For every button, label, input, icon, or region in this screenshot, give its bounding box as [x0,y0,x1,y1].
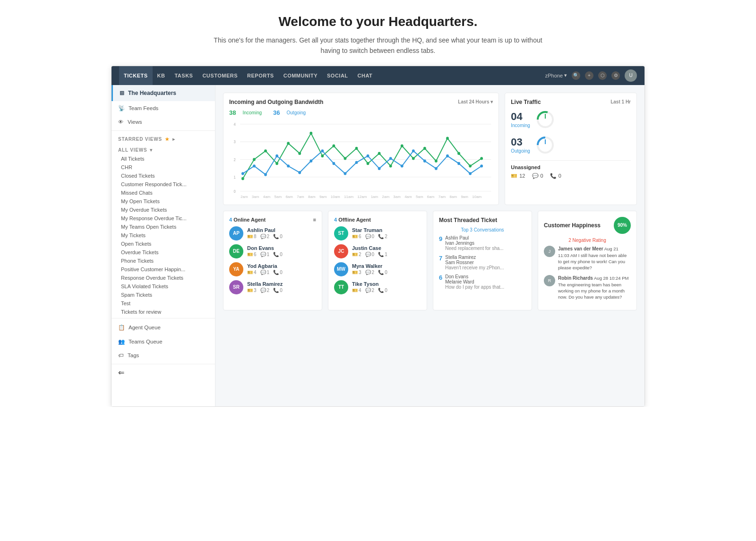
brand-selector[interactable]: zPhone ▾ [545,72,567,78]
incoming-label: Incoming [242,110,262,115]
link-missed-chats[interactable]: Missed Chats [112,189,215,197]
app-container: TICKETS KB TASKS CUSTOMERS REPORTS COMMU… [111,66,645,407]
phone-stat-icon: 📞 [273,234,279,239]
sidebar-tags[interactable]: 🏷 Tags [112,349,215,362]
link-chr[interactable]: CHR [112,163,215,172]
bandwidth-legend: 38 Incoming 36 Outgoing [229,109,493,116]
share-icon[interactable]: ⬡ [598,71,607,80]
offline-avatar-3: TT [334,280,348,294]
bandwidth-widget: Incoming and Outgoing Bandwidth Last 24 … [223,93,499,205]
svg-point-47 [412,149,415,152]
sidebar-team-feeds[interactable]: 📡 Team Feeds [112,101,215,115]
link-spam[interactable]: Spam Tickets [112,291,215,299]
svg-point-46 [401,164,404,167]
svg-point-43 [367,155,369,157]
svg-point-32 [241,172,244,175]
link-customer-responded[interactable]: Customer Responded Tick... [112,180,215,189]
link-my-open-tickets[interactable]: My Open Tickets [112,197,215,206]
user-avatar[interactable]: U [625,69,637,82]
settings-icon[interactable]: ⚙ [611,71,620,80]
link-test[interactable]: Test [112,299,215,308]
svg-point-30 [469,164,472,167]
search-icon[interactable]: 🔍 [572,71,580,80]
chat-stat-icon: 💬 [260,234,266,239]
link-overdue[interactable]: Overdue Tickets [112,248,215,257]
unassigned-chats: 💬 0 [532,173,543,179]
agent-queue-label: Agent Queue [129,325,161,330]
svg-point-24 [401,144,404,147]
main-layout: ⊞ The Headquarters 📡 Team Feeds 👁 Views … [112,85,644,406]
nav-customers[interactable]: CUSTOMERS [198,66,242,85]
sidebar-divider-2 [112,318,215,318]
starred-collapse[interactable]: ▸ [172,137,175,142]
all-views-collapse[interactable]: ▾ [150,147,153,153]
svg-point-21 [367,162,369,165]
link-open-tickets[interactable]: Open Tickets [112,240,215,248]
agent-info-1: Don Evans 🎫6 💬1 📞0 [247,245,316,257]
svg-point-53 [480,164,483,167]
link-my-tickets[interactable]: My Tickets [112,231,215,240]
nav-chat[interactable]: CHAT [353,66,378,85]
nav-kb[interactable]: KB [153,66,170,85]
nav-tasks[interactable]: TASKS [170,66,198,85]
nav-community[interactable]: COMMUNITY [279,66,322,85]
svg-point-29 [457,152,460,155]
chart-x-labels: 2am3am4am5am6am7am8am9am10am11am12am1am2… [229,195,493,199]
sidebar-views[interactable]: 👁 Views [112,115,215,129]
star-icon: ★ [165,137,170,142]
review-avatar-0: J [544,246,555,257]
nav-tickets[interactable]: TICKETS [119,66,153,85]
happiness-widget: Customer Happiness 90% 2 Negative Rating… [538,211,637,310]
link-sla-violated[interactable]: SLA Violated Tickets [112,282,215,291]
incoming-count: 38 [229,109,236,116]
outgoing-metric: 03 Outgoing [511,135,631,155]
page-title: Welcome to your Headquarters. [9,14,747,29]
agent-avatar-2: YA [229,262,243,276]
link-all-tickets[interactable]: All Tickets [112,155,215,163]
offline-info-0: Star Truman 🎫6 💬0 📞2 [352,227,421,239]
live-traffic-widget: Live Traffic Last 1 Hr 04 Incoming [505,93,637,205]
team-feeds-label: Team Feeds [129,105,158,111]
svg-point-27 [435,159,438,162]
link-my-teams-open[interactable]: My Teams Open Tickets [112,223,215,231]
add-icon[interactable]: + [585,71,593,80]
offline-agent-2: MW Myra Walker 🎫3 💬2 📞0 [334,262,421,276]
outgoing-number: 03 [511,136,530,148]
link-my-response-overdue[interactable]: My Response Overdue Tic... [112,214,215,223]
sidebar-headquarters[interactable]: ⊞ The Headquarters [112,85,215,101]
page-header: Welcome to your Headquarters. This one's… [0,0,756,66]
review-0: J James van der Meer Aug 21 11:03 AM I s… [544,246,631,271]
link-my-overdue[interactable]: My Overdue Tickets [112,206,215,214]
link-closed-tickets[interactable]: Closed Tickets [112,172,215,180]
bandwidth-time-range[interactable]: Last 24 Hours ▾ [458,99,493,104]
unassigned-counts: 🎫 12 💬 0 📞 0 [511,173,631,179]
starred-views-label: STARRED VIEWS ★ ▸ [112,133,215,144]
nav-social[interactable]: SOCIAL [322,66,353,85]
online-agent-2: YA Yod Agbaria 🎫4 💬1 📞0 [229,262,316,276]
threaded-item-1: 7 Stella Ramirez Sam Rossner Haven't rec… [439,255,526,270]
top-nav: TICKETS KB TASKS CUSTOMERS REPORTS COMMU… [112,66,644,85]
sidebar-collapse-btn[interactable]: ⇐ [112,364,215,381]
link-phone[interactable]: Phone Tickets [112,257,215,265]
svg-point-23 [389,164,392,167]
svg-point-12 [264,149,267,152]
widget-row-2: 4 Online Agent ≡ AP Ashlin Paul 🎫8 💬2 📞0 [223,211,637,310]
sidebar-teams-queue[interactable]: 👥 Teams Queue [112,335,215,349]
svg-point-31 [480,157,483,160]
online-agents-menu-icon[interactable]: ≡ [313,217,316,223]
svg-point-22 [378,152,381,155]
svg-point-15 [298,152,301,155]
nav-reports[interactable]: REPORTS [242,66,279,85]
unassigned-phones: 📞 0 [550,173,561,179]
link-response-overdue[interactable]: Response Overdue Tickets [112,274,215,282]
svg-point-33 [253,164,256,167]
sidebar-agent-queue[interactable]: 📋 Agent Queue [112,320,215,335]
svg-point-51 [457,162,460,165]
hq-icon: ⊞ [120,90,124,96]
link-positive-happiness[interactable]: Positive Customer Happin... [112,265,215,274]
link-tickets-review[interactable]: Tickets for review [112,308,215,316]
agent-queue-icon: 📋 [118,324,125,331]
brand-dropdown-icon: ▾ [564,72,567,78]
svg-point-19 [344,157,347,160]
offline-avatar-1: JC [334,244,348,258]
